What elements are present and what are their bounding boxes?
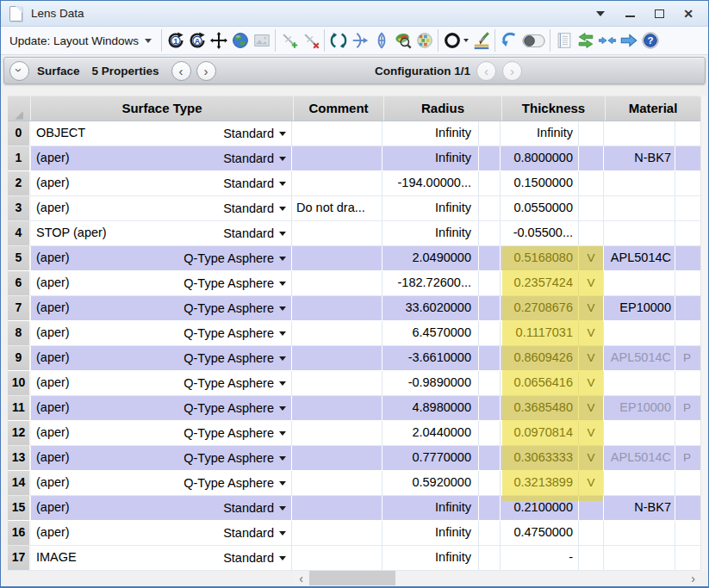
material-cell[interactable] [604, 171, 675, 195]
material-cell[interactable] [604, 271, 675, 295]
reverse-elements-button[interactable] [327, 28, 349, 53]
comment-cell[interactable] [292, 521, 382, 545]
thickness-cell[interactable]: 0.4750000 [501, 521, 579, 545]
comment-cell[interactable] [292, 246, 382, 270]
previous-surface-button[interactable]: ‹ [171, 61, 191, 81]
material-cell[interactable] [604, 121, 675, 145]
comment-cell[interactable] [292, 421, 382, 445]
column-header-radius[interactable]: Radius [384, 96, 502, 121]
close-button[interactable]: ✕ [682, 8, 694, 20]
next-surface-button[interactable]: › [196, 61, 216, 81]
insert-surface-button[interactable] [278, 28, 300, 53]
surface-type-cell[interactable]: (aper)Standard [31, 521, 292, 545]
window-menu-button[interactable] [594, 8, 606, 20]
row-number-cell[interactable]: 10 [8, 371, 31, 395]
material-cell[interactable]: N-BK7 [604, 496, 675, 520]
minimize-button[interactable] [624, 8, 636, 20]
thickness-solve-cell[interactable]: V [579, 446, 604, 470]
goto-surface-button[interactable] [618, 28, 639, 53]
column-header-comment[interactable]: Comment [294, 96, 384, 121]
surface-type-dropdown[interactable]: Standard [223, 196, 286, 220]
surface-type-cell[interactable]: IMAGEStandard [31, 546, 292, 570]
row-number-cell[interactable]: 14 [8, 471, 31, 495]
thickness-solve-cell[interactable]: V [579, 271, 604, 295]
update-mode-dropdown[interactable]: Update: Layout Windows [6, 29, 159, 52]
surface-type-cell[interactable]: (aper)Q-Type Asphere [31, 346, 292, 370]
thickness-cell[interactable]: -0.05500... [501, 221, 579, 245]
undo-button[interactable] [498, 28, 519, 53]
surface-type-cell[interactable]: (aper)Q-Type Asphere [31, 446, 292, 470]
thickness-solve-cell[interactable]: V [579, 296, 604, 320]
row-number-cell[interactable]: 2 [8, 171, 31, 195]
swap-button[interactable] [575, 28, 596, 53]
surface-type-dropdown[interactable]: Q-Type Asphere [183, 421, 286, 445]
row-number-cell[interactable]: 7 [8, 296, 31, 320]
comment-cell[interactable] [292, 446, 382, 470]
thickness-solve-cell[interactable]: V [579, 471, 604, 495]
previous-configuration-button[interactable]: ‹ [476, 61, 496, 81]
radius-cell[interactable]: -182.72600... [382, 271, 479, 295]
row-number-cell[interactable]: 9 [8, 346, 31, 370]
radius-cell[interactable]: 2.0440000 [382, 421, 479, 445]
material-cell[interactable]: APL5014C [604, 246, 675, 270]
comment-cell[interactable] [292, 346, 382, 370]
comment-cell[interactable]: Do not dra... [292, 196, 382, 220]
material-cell[interactable] [604, 371, 675, 395]
row-number-cell[interactable]: 0 [8, 121, 31, 145]
material-cell[interactable] [604, 471, 675, 495]
material-cell[interactable]: N-BK7 [604, 146, 675, 170]
surface-type-cell[interactable]: (aper)Q-Type Asphere [31, 246, 292, 270]
material-cell[interactable]: APL5014C [604, 446, 675, 470]
row-number-cell[interactable]: 15 [8, 496, 31, 520]
radius-cell[interactable]: Infinity [382, 196, 479, 220]
surface-type-cell[interactable]: OBJECTStandard [31, 121, 292, 145]
comment-cell[interactable] [292, 371, 382, 395]
surface-type-dropdown[interactable]: Standard [223, 496, 286, 520]
field-lens-button[interactable] [370, 28, 392, 53]
radius-cell[interactable]: -0.9890000 [382, 371, 479, 395]
comment-cell[interactable] [292, 296, 382, 320]
thickness-cell[interactable]: 0.0656416 [501, 371, 579, 395]
row-number-cell[interactable]: 5 [8, 246, 31, 270]
update-once-button[interactable]: 1 [165, 28, 186, 53]
thickness-cell[interactable]: 0.1117031 [501, 321, 579, 345]
thickness-cell[interactable]: 0.5168080 [501, 246, 579, 270]
thickness-cell[interactable]: 0.8000000 [501, 146, 579, 170]
thickness-cell[interactable]: 0.1500000 [501, 171, 579, 195]
radius-cell[interactable]: Infinity [382, 146, 479, 170]
column-header-thickness[interactable]: Thickness [502, 96, 606, 121]
material-cell[interactable] [604, 421, 675, 445]
material-cell[interactable]: EP10000 [604, 296, 675, 320]
surface-phase-button[interactable] [414, 28, 435, 53]
surface-type-cell[interactable]: (aper)Standard [31, 496, 292, 520]
thickness-cell[interactable]: Infinity [501, 121, 579, 145]
surface-type-dropdown[interactable]: Standard [223, 521, 286, 545]
material-cell[interactable] [604, 196, 675, 220]
ring-aperture-button[interactable] [441, 28, 470, 53]
expand-properties-button[interactable]: › [9, 61, 29, 81]
column-header-material[interactable]: Material [606, 96, 700, 121]
pan-button[interactable] [208, 28, 229, 53]
surface-type-cell[interactable]: (aper)Standard [31, 171, 292, 195]
row-number-cell[interactable]: 6 [8, 271, 31, 295]
material-cell[interactable] [604, 521, 675, 545]
material-cell[interactable] [604, 321, 675, 345]
radius-cell[interactable]: 0.5920000 [382, 471, 479, 495]
radius-cell[interactable]: 2.0490000 [382, 246, 479, 270]
row-number-cell[interactable]: 12 [8, 421, 31, 445]
comment-cell[interactable] [292, 171, 382, 195]
radius-cell[interactable]: Infinity [382, 521, 479, 545]
globe-button[interactable] [229, 28, 251, 53]
toggle-button[interactable] [519, 28, 547, 53]
surface-type-cell[interactable]: (aper)Q-Type Asphere [31, 321, 292, 345]
material-cell[interactable] [604, 221, 675, 245]
surface-type-dropdown[interactable]: Q-Type Asphere [183, 471, 286, 495]
scrollbar-thumb[interactable] [309, 571, 395, 585]
thickness-cell[interactable]: 0.2708676 [501, 296, 579, 320]
row-number-cell[interactable]: 3 [8, 196, 31, 220]
row-number-cell[interactable]: 16 [8, 521, 31, 545]
radius-cell[interactable]: -194.00000... [382, 171, 479, 195]
thickness-solve-cell[interactable]: V [579, 246, 604, 270]
surface-type-dropdown[interactable]: Standard [223, 146, 286, 170]
comment-cell[interactable] [292, 396, 382, 420]
